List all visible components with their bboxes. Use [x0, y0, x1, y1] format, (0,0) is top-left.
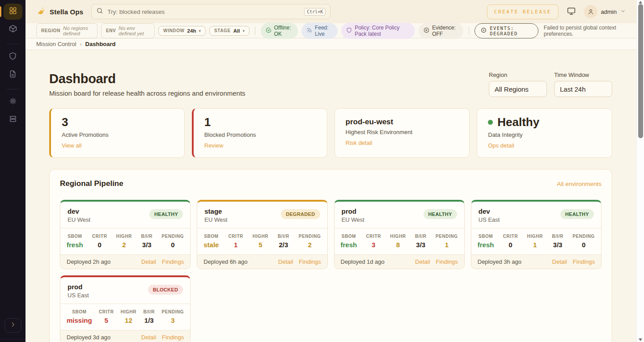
- detail-link[interactable]: Detail: [278, 258, 293, 265]
- metric-label: SBOM: [67, 309, 92, 314]
- offline-status-chip[interactable]: Offline: OK: [261, 23, 298, 39]
- display-mode-button[interactable]: [567, 6, 576, 17]
- page-subtitle: Mission board for release health across …: [49, 89, 246, 97]
- feed-status-chip[interactable]: Feed: Live: [301, 23, 338, 39]
- findings-link[interactable]: Findings: [299, 258, 321, 265]
- risk-detail-link[interactable]: Risk detail: [346, 139, 373, 146]
- region-filter: Region All Regions: [489, 72, 547, 97]
- ops-detail-link[interactable]: Ops detail: [488, 142, 514, 149]
- app-root: Stella Ops Ctrl+K CREATE RELEASE: [0, 0, 644, 342]
- pipeline-card-prod-eu-west: prod EU West HEALTHY SBOMfresh CRITR3 HI…: [334, 200, 465, 269]
- metric-bir: B/I/R2/3: [278, 234, 289, 249]
- metric-pending: PENDING0: [572, 234, 595, 249]
- metric-critr: CRITR3: [366, 234, 381, 249]
- create-release-button[interactable]: CREATE RELEASE: [487, 4, 559, 19]
- review-link[interactable]: Review: [204, 142, 224, 149]
- time-window-select[interactable]: Last 24h: [554, 81, 612, 97]
- sidebar-item-settings[interactable]: [4, 94, 22, 110]
- metric-label: PENDING: [299, 234, 321, 239]
- sidebar-item-releases[interactable]: [4, 21, 22, 38]
- chevron-down-icon: [620, 8, 626, 16]
- pipeline-metrics: SBOMmissing CRITR5 HIGHR12 B/I/R1/3 PEND…: [60, 304, 190, 330]
- metric-value: 0: [92, 241, 107, 249]
- chip-label: STAGE: [214, 28, 231, 33]
- environment-info: dev US East: [479, 207, 500, 223]
- panel-header: Regional Pipeline All environments: [60, 179, 602, 188]
- all-environments-link[interactable]: All environments: [557, 181, 602, 187]
- pipeline-card-footer: Deployed 3h ago DetailFindings: [471, 255, 601, 269]
- metric-label: B/I/R: [552, 234, 564, 239]
- environment-info: stage EU West: [204, 207, 227, 223]
- findings-link[interactable]: Findings: [162, 334, 184, 341]
- metric-value: 1: [436, 241, 458, 249]
- events-degraded-badge[interactable]: EVENTS: DEGRADED: [475, 23, 538, 38]
- metric-highr: HIGHR8: [390, 234, 406, 249]
- metric-label: B/I/R: [141, 234, 153, 239]
- global-search[interactable]: Ctrl+K: [91, 4, 330, 19]
- pipeline-card-dev-us-east: dev US East HEALTHY SBOMfresh CRITR0 HIG…: [471, 200, 602, 269]
- scroll-down-arrow[interactable]: [639, 338, 642, 341]
- page-filters: Region All Regions Time Window Last 24h: [489, 72, 612, 97]
- region-select[interactable]: All Regions: [489, 81, 547, 97]
- sidebar-item-documents[interactable]: [4, 67, 22, 83]
- chip-value: 24h: [187, 28, 196, 34]
- metric-pending: PENDING2: [299, 234, 321, 249]
- metric-critr: CRITR0: [92, 234, 107, 249]
- metric-label: SBOM: [341, 234, 357, 239]
- environment-name: prod: [68, 283, 89, 291]
- metric-label: PENDING: [161, 309, 184, 314]
- findings-link[interactable]: Findings: [162, 258, 184, 265]
- chip-value: All: [233, 28, 240, 34]
- view-all-link[interactable]: View all: [62, 142, 82, 149]
- sidebar-expand-button[interactable]: [4, 318, 21, 333]
- chevron-right-icon: [10, 321, 16, 329]
- sidebar-item-infrastructure[interactable]: [4, 112, 22, 128]
- sidebar-divider: [0, 339, 25, 339]
- metric-value: 3: [161, 317, 184, 324]
- document-icon: [8, 70, 17, 80]
- detail-link[interactable]: Detail: [141, 334, 156, 341]
- environment-name: prod: [342, 207, 364, 215]
- evidence-status-chip[interactable]: Evidence: OFF: [419, 23, 463, 39]
- stage-context-chip[interactable]: STAGE All ▾: [209, 26, 250, 36]
- findings-link[interactable]: Findings: [436, 258, 458, 265]
- search-input[interactable]: [107, 8, 300, 15]
- header-actions: CREATE RELEASE admin: [487, 4, 626, 19]
- sidebar-divider: [7, 44, 19, 44]
- metric-value: 3/3: [141, 241, 153, 249]
- search-icon: [96, 7, 103, 16]
- metric-bir: B/I/R3/3: [141, 234, 153, 249]
- vertical-scrollbar[interactable]: [636, 0, 644, 342]
- metric-sbom: SBOMfresh: [67, 234, 83, 249]
- page-title: Dashboard: [49, 72, 246, 86]
- pipeline-card-prod-us-east: prod US East BLOCKED SBOMmissing CRITR5 …: [60, 275, 191, 342]
- stat-label: Active Promotions: [62, 131, 174, 138]
- user-menu[interactable]: admin: [584, 5, 626, 18]
- sidebar-item-dashboard[interactable]: [4, 4, 22, 20]
- environment-region: US East: [479, 216, 500, 223]
- gear-icon: [8, 97, 17, 107]
- detail-link[interactable]: Detail: [141, 258, 156, 265]
- chip-label: ENV: [106, 28, 116, 33]
- stat-card-highest-risk: prod-eu-west Highest Risk Environment Ri…: [335, 108, 470, 158]
- environment-region: EU West: [204, 216, 227, 223]
- environment-region: EU West: [68, 216, 90, 223]
- metric-sbom: SBOMfresh: [478, 234, 494, 249]
- env-context-chip[interactable]: ENV No env defined yet: [101, 23, 155, 38]
- detail-link[interactable]: Detail: [552, 258, 567, 265]
- sidebar-item-security[interactable]: [4, 49, 22, 65]
- findings-link[interactable]: Findings: [573, 258, 595, 265]
- scrollbar-thumb[interactable]: [638, 4, 643, 138]
- pipeline-card-header: dev US East HEALTHY: [471, 202, 601, 228]
- chip-text: Feed: Live: [315, 25, 333, 37]
- detail-link[interactable]: Detail: [415, 258, 430, 265]
- region-context-chip[interactable]: REGION No regions defined: [36, 23, 97, 38]
- status-badge: HEALTHY: [560, 209, 594, 219]
- policy-status-chip[interactable]: Policy: Core Policy Pack latest: [341, 23, 415, 39]
- breadcrumb: Mission Control › Dashboard: [25, 38, 636, 50]
- scroll-up-arrow[interactable]: [639, 1, 642, 4]
- metric-value: fresh: [67, 241, 83, 249]
- window-context-chip[interactable]: WINDOW 24h ▾: [158, 26, 206, 36]
- breadcrumb-parent[interactable]: Mission Control: [36, 41, 76, 47]
- monitor-icon: [567, 6, 576, 17]
